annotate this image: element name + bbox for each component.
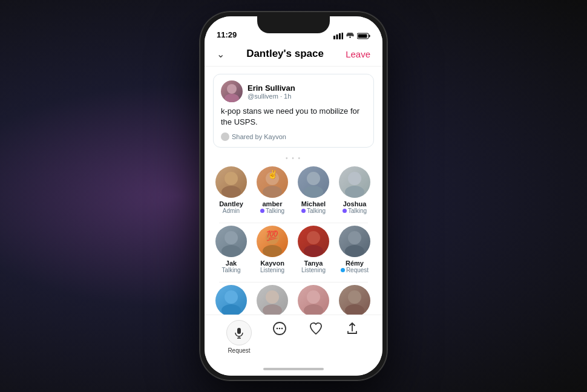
microphone-svg	[233, 327, 245, 339]
svg-rect-1	[336, 34, 338, 39]
signal-icon	[333, 33, 343, 39]
svg-point-12	[263, 186, 282, 198]
status-amber: Talking	[260, 207, 284, 214]
participants-row-1: Jak Talking 💯 Kayvon Listening	[211, 226, 376, 278]
phone-frame: 11:29	[200, 11, 387, 381]
dot-amber	[260, 209, 264, 213]
leave-button[interactable]: Leave	[346, 49, 370, 59]
participant-heather[interactable]: Heather Listening	[334, 285, 375, 315]
participant-joshua[interactable]: Joshua Talking	[334, 166, 375, 214]
phone-screen: 11:29	[205, 16, 382, 376]
bottom-bar: Request	[205, 315, 382, 362]
status-dantley: Admin	[223, 207, 240, 214]
avatar-kayvon: 💯	[257, 226, 288, 257]
svg-point-21	[263, 245, 282, 257]
svg-point-30	[263, 304, 282, 315]
request-button[interactable]: Request	[226, 320, 252, 354]
status-remy: Request	[341, 267, 369, 273]
name-remy: Rémy	[346, 260, 364, 267]
status-tanya: Listening	[301, 267, 326, 273]
space-title: Dantley's space	[246, 48, 324, 60]
mic-icon	[226, 320, 252, 345]
svg-point-19	[221, 245, 241, 257]
avatar-amber: ✌	[257, 166, 288, 198]
svg-point-23	[307, 231, 320, 244]
svg-point-15	[304, 186, 323, 198]
tweet-info: Erin Sullivan @sullivem · 1h	[248, 83, 295, 100]
svg-point-8	[225, 94, 239, 102]
participant-kayvon[interactable]: 💯 Kayvon Listening	[252, 226, 293, 273]
participant-remy[interactable]: Rémy Request	[334, 226, 375, 273]
svg-point-28	[221, 304, 241, 315]
participant-grace[interactable]: Grace Listening	[293, 285, 334, 315]
participant-tanya[interactable]: Tanya Listening	[293, 226, 334, 273]
participants-row-2: Jak Request Stacey	[211, 285, 376, 315]
heart-icon	[307, 320, 324, 337]
svg-point-10	[221, 186, 241, 198]
svg-point-33	[348, 290, 361, 304]
chat-button[interactable]	[271, 320, 288, 337]
back-chevron[interactable]: ⌄	[217, 48, 225, 60]
tweet-text: k-pop stans we need you to mobilize for …	[221, 106, 366, 128]
home-indicator	[205, 362, 382, 376]
svg-point-40	[279, 328, 281, 330]
participant-dantley[interactable]: Dantley Admin	[211, 166, 252, 214]
svg-rect-5	[358, 34, 367, 38]
name-joshua: Joshua	[343, 200, 367, 207]
svg-point-16	[348, 172, 361, 185]
svg-point-41	[281, 328, 283, 330]
participants-section: Dantley Admin ✌ amber	[205, 164, 382, 315]
svg-point-24	[304, 245, 323, 257]
avatar-jak2	[215, 285, 247, 315]
participant-amber[interactable]: ✌ amber Talking	[252, 166, 293, 214]
participant-michael[interactable]: Michael Talking	[293, 166, 334, 214]
svg-point-32	[304, 304, 323, 315]
status-joshua: Talking	[343, 207, 367, 214]
tweet-author: Erin Sullivan	[248, 83, 295, 93]
avatar-jak1	[215, 226, 247, 257]
avatar-grace	[298, 285, 329, 315]
shared-by: Shared by Kayvon	[221, 132, 366, 141]
home-bar	[263, 368, 324, 370]
participant-jak2[interactable]: Jak Request	[211, 285, 252, 315]
svg-point-14	[307, 172, 320, 185]
shared-by-label: Shared by Kayvon	[232, 133, 286, 140]
status-michael: Talking	[301, 207, 326, 214]
svg-rect-6	[369, 35, 370, 38]
name-michael: Michael	[301, 200, 326, 207]
participant-stacey[interactable]: Stacey Listening	[252, 285, 293, 315]
svg-point-17	[345, 186, 364, 198]
battery-icon	[357, 33, 370, 39]
svg-point-31	[307, 290, 320, 304]
name-dantley: Dantley	[219, 200, 243, 207]
tweet-meta: @sullivem · 1h	[248, 93, 295, 100]
participants-row-0: Dantley Admin ✌ amber	[211, 166, 376, 219]
name-kayvon: Kayvon	[260, 260, 284, 267]
avatar-heather	[339, 285, 370, 315]
content-area: Erin Sullivan @sullivem · 1h k-pop stans…	[205, 67, 382, 315]
status-jak1: Talking	[221, 267, 240, 273]
name-amber: amber	[262, 200, 282, 207]
status-icons	[333, 33, 370, 39]
svg-point-18	[225, 231, 238, 244]
tweet-avatar	[221, 80, 243, 102]
svg-point-34	[345, 304, 364, 315]
svg-point-27	[225, 290, 238, 304]
svg-point-7	[227, 84, 237, 94]
participant-jak1[interactable]: Jak Talking	[211, 226, 252, 273]
share-icon	[344, 320, 361, 337]
svg-point-29	[266, 290, 279, 304]
divider-2	[219, 282, 368, 283]
avatar-dantley	[215, 166, 247, 198]
avatar-tanya	[298, 226, 329, 257]
wifi-icon	[346, 33, 355, 39]
svg-point-25	[348, 231, 361, 244]
status-kayvon: Listening	[260, 267, 284, 273]
heart-button[interactable]	[307, 320, 324, 337]
dot-remy	[341, 268, 345, 272]
notch	[257, 16, 330, 33]
svg-rect-2	[339, 33, 341, 39]
chat-icon	[271, 320, 288, 337]
avatar-michael	[298, 166, 329, 198]
share-button[interactable]	[344, 320, 361, 337]
